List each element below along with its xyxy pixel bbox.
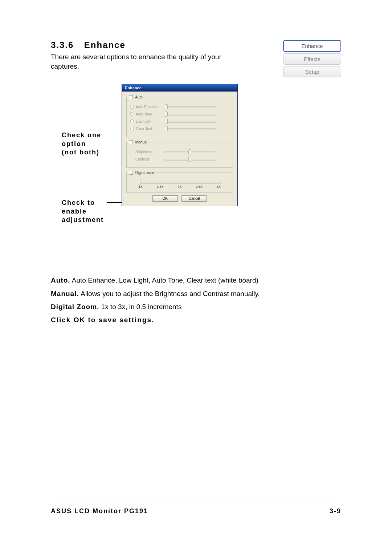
zoom-tick-1x: 1X [139,185,143,189]
zoom-tick-2x: 2X [177,185,181,189]
zoom-tick-25x: 2.5X [196,185,203,189]
description-block: Auto. Auto Enhance, Low Light, Auto Tone… [51,275,341,326]
footer-product: ASUS LCD Monitor PG191 [51,507,148,515]
intro-text: There are several options to enhance the… [51,52,232,71]
checkbox-manual[interactable] [129,140,133,144]
checkbox-auto[interactable] [129,95,133,99]
label-auto-tone: Auto Tone [136,112,165,116]
desc-save: Click OK to save settings. [51,315,341,325]
desc-zoom-text: 1x to 3x, in 0.5 increments [101,303,182,311]
radio-auto-tone[interactable] [130,112,134,116]
zoom-tick-15x: 1.5X [157,185,164,189]
group-auto: Auto Auto Enhance Auto Tone Low [126,95,233,137]
tab-effects[interactable]: Effects [283,53,341,65]
callout-check-enable: Check to enable adjustment [62,199,104,224]
tab-enhance[interactable]: Enhance [283,40,341,52]
group-digital-zoom: Digital zoom 1X 1.5X 2X 2.5X 3X [126,171,233,193]
slider-digital-zoom[interactable] [138,180,221,185]
ok-button[interactable]: OK [152,195,178,202]
group-zoom-label: Digital zoom [135,171,155,175]
slider-contrast[interactable] [164,157,215,162]
dialog-title: Enhance [122,84,237,92]
callout-check-one: Check one option (not both) [62,131,101,157]
group-auto-legend: Auto [128,95,143,99]
label-low-light: Low Light [136,119,165,123]
group-manual: Manual Brightness Contrast [126,140,233,168]
radio-clear-text[interactable] [130,127,134,130]
group-auto-label: Auto [135,95,143,99]
footer-page: 3-9 [330,507,341,515]
label-auto-enhance: Auto Enhance [136,105,165,109]
section-title: Enhance [84,40,126,50]
desc-auto-text: Auto Enhance, Low Light, Auto Tone, Clea… [72,276,258,284]
slider-clear-text[interactable] [165,126,216,131]
zoom-tick-3x: 3X [217,185,221,189]
radio-auto-enhance[interactable] [130,105,134,109]
desc-auto-bold: Auto. [51,276,70,284]
side-tab-group: Enhance Effects Setup [283,40,341,79]
section-number: 3.3.6 [51,40,74,50]
radio-low-light[interactable] [130,119,134,123]
slider-auto-enhance[interactable] [165,104,216,109]
desc-manual-text: Allows you to adjust the Brightness and … [81,290,260,297]
enhance-dialog: Enhance Auto Auto Enhance Auto Tone [122,84,238,206]
tab-setup[interactable]: Setup [283,66,341,77]
group-manual-legend: Manual [128,140,148,144]
group-zoom-legend: Digital zoom [128,171,156,175]
slider-low-light[interactable] [165,119,216,124]
slider-brightness[interactable] [164,149,215,154]
label-clear-text: Clear Text [136,127,165,131]
label-contrast: Contrast [135,157,164,161]
label-brightness: Brightness [135,150,164,154]
group-manual-label: Manual [135,140,147,144]
cancel-button[interactable]: Cancel [181,195,207,202]
checkbox-digital-zoom[interactable] [129,171,133,175]
desc-zoom-bold: Digital Zoom. [51,303,99,311]
slider-auto-tone[interactable] [165,112,216,117]
desc-manual-bold: Manual. [51,290,79,297]
page-footer: ASUS LCD Monitor PG191 3-9 [51,502,341,515]
